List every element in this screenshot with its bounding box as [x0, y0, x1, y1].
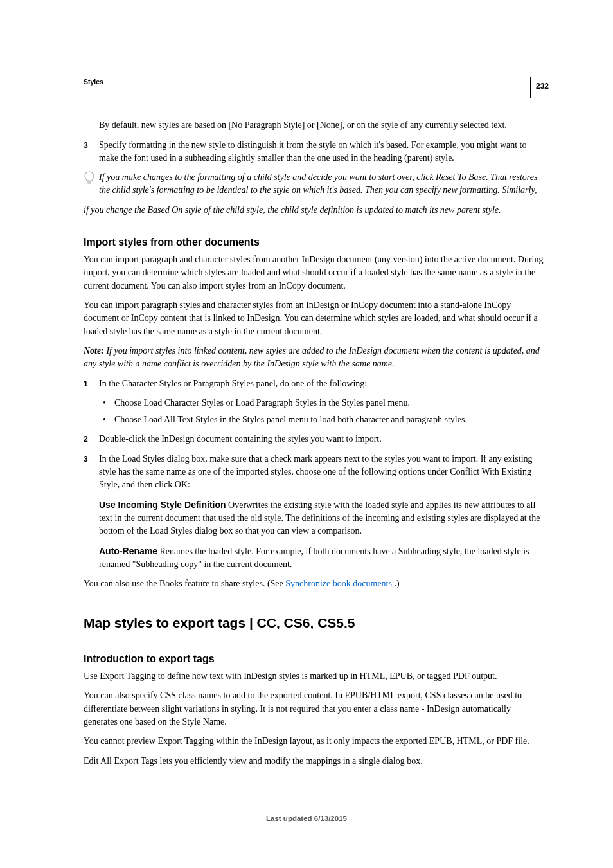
step-3: 3 In the Load Styles dialog box, make su… [84, 453, 544, 492]
import-p1: You can import paragraph and character s… [84, 253, 544, 293]
books-note: You can also use the Books feature to sh… [84, 577, 544, 590]
bullet-icon: • [99, 397, 114, 410]
heading-intro-export-tags: Introduction to export tags [84, 651, 544, 666]
synchronize-book-link[interactable]: Synchronize book documents [285, 579, 392, 588]
tip-text: If you make changes to the formatting of… [99, 171, 544, 197]
run-in-body: Renames the loaded style. For example, i… [99, 547, 529, 569]
step-number: 3 [84, 139, 99, 165]
run-in-label: Auto-Rename [99, 546, 157, 556]
step-number: 3 [84, 453, 99, 492]
step-text: In the Character Styles or Paragraph Sty… [99, 377, 544, 390]
bullet-icon: • [99, 413, 114, 426]
bullet-text: Choose Load Character Styles or Load Par… [114, 397, 544, 410]
list-item: • Choose Load All Text Styles in the Sty… [99, 413, 544, 426]
bullet-text: Choose Load All Text Styles in the Style… [114, 413, 544, 426]
map-p4: Edit All Export Tags lets you efficientl… [84, 755, 544, 768]
use-incoming-definition: Use Incoming Style Definition Overwrites… [99, 498, 544, 538]
tip-block: If you make changes to the formatting of… [84, 171, 544, 197]
step-number: 1 [84, 377, 99, 390]
import-note: Note: If you import styles into linked c… [84, 345, 544, 371]
lightbulb-icon [84, 171, 99, 197]
breadcrumb: Styles [84, 77, 544, 87]
run-in-label: Use Incoming Style Definition [99, 500, 226, 510]
list-item: • Choose Load Character Styles or Load P… [99, 397, 544, 410]
import-p2: You can import paragraph styles and char… [84, 299, 544, 338]
step-3-top: 3 Specify formatting in the new style to… [84, 139, 544, 165]
heading-import-styles: Import styles from other documents [84, 235, 544, 249]
heading-map-styles: Map styles to export tags | CC, CS6, CS5… [84, 613, 544, 633]
step-number: 2 [84, 433, 99, 446]
step-text: Specify formatting in the new style to d… [99, 139, 544, 165]
step-1: 1 In the Character Styles or Paragraph S… [84, 377, 544, 390]
page-number: 232 [530, 77, 549, 98]
intro-paragraph: By default, new styles are based on [No … [99, 119, 544, 132]
footer-last-updated: Last updated 6/13/2015 [0, 813, 613, 824]
step-text: In the Load Styles dialog box, make sure… [99, 453, 544, 492]
step-text: Double-click the InDesign document conta… [99, 433, 544, 446]
note-label: Note: [84, 346, 104, 356]
books-suffix: .) [392, 579, 400, 588]
step-2: 2 Double-click the InDesign document con… [84, 433, 544, 446]
auto-rename-definition: Auto-Rename Renames the loaded style. Fo… [99, 545, 544, 572]
map-p3: You cannot preview Export Tagging within… [84, 735, 544, 748]
map-p1: Use Export Tagging to define how text wi… [84, 670, 544, 683]
note-body: If you import styles into linked content… [84, 346, 540, 368]
map-p2: You can also specify CSS class names to … [84, 689, 544, 728]
books-prefix: You can also use the Books feature to sh… [84, 579, 285, 588]
tip-text-continued: if you change the Based On style of the … [84, 204, 544, 217]
